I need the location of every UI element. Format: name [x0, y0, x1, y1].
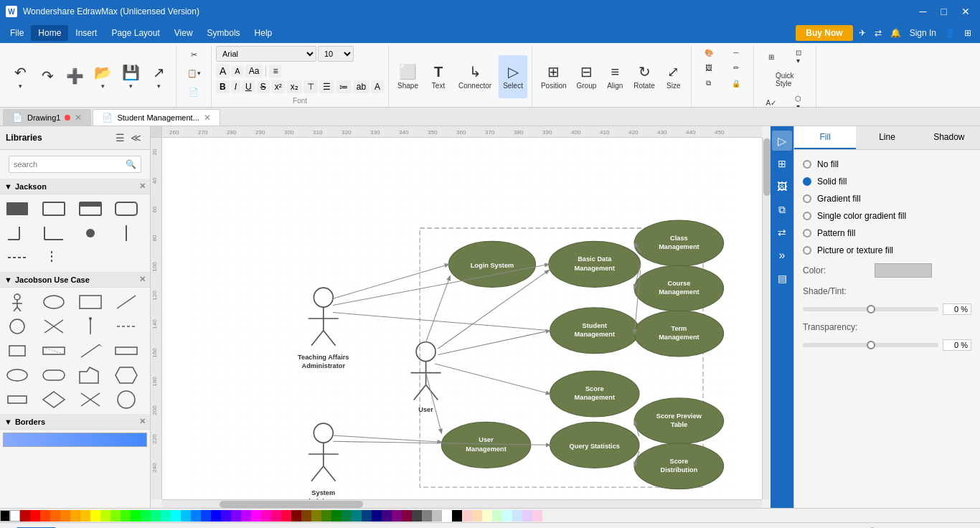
sign-in-btn[interactable]: Sign In [910, 28, 936, 38]
tab-student[interactable]: 📄 Student Management... ✕ [93, 109, 220, 126]
jackson-shape-6[interactable] [76, 222, 105, 245]
menu-file[interactable]: File [3, 25, 31, 41]
menu-page-layout[interactable]: Page Layout [104, 25, 166, 41]
connector-tool-button[interactable]: ↳ Connector [454, 55, 496, 98]
strikethrough-btn[interactable]: S [257, 80, 270, 93]
color-swatch[interactable] [301, 510, 311, 522]
quick-style-btn[interactable]: QuickStyle [771, 69, 798, 90]
font-larger-btn[interactable]: A [216, 64, 230, 78]
jacobson-ellipse-rounded[interactable] [39, 364, 68, 387]
icon-sidebar-layers[interactable]: ⧉ [772, 199, 792, 220]
maximize-btn[interactable]: □ [937, 4, 951, 19]
abbr-btn[interactable]: ab [353, 80, 369, 93]
apps-icon[interactable]: ⊞ [964, 28, 971, 38]
jackson-shape-0[interactable] [3, 197, 32, 220]
fill-option-picture[interactable]: Picture or texture fill [800, 242, 974, 259]
jackson-shape-2[interactable] [76, 197, 105, 220]
size-button[interactable]: ⤢ Size [661, 55, 687, 98]
fill-option-no-fill[interactable]: No fill [800, 156, 974, 173]
color-swatch[interactable] [502, 510, 512, 522]
color-swatch[interactable] [522, 510, 532, 522]
color-swatch[interactable] [80, 510, 90, 522]
font-size-select[interactable]: 10 [318, 46, 354, 62]
color-swatch[interactable] [261, 510, 271, 522]
jacobson-line-diag[interactable] [112, 291, 141, 314]
lock-btn[interactable]: 🔒 [723, 76, 749, 90]
color-swatch[interactable] [492, 510, 502, 522]
transform-btn[interactable]: ⊡▾ [786, 46, 811, 67]
redo-button[interactable]: ↷ [34, 55, 60, 98]
menu-symbols[interactable]: Symbols [200, 25, 248, 41]
line-style-btn[interactable]: ─ [723, 46, 749, 60]
color-swatch[interactable] [40, 510, 50, 522]
bold-btn[interactable]: B [216, 80, 230, 93]
color-swatch[interactable] [372, 510, 382, 522]
color-swatch[interactable] [422, 510, 432, 522]
color-swatch[interactable] [271, 510, 281, 522]
color-swatch[interactable] [281, 510, 291, 522]
user-icon[interactable]: 👤 [945, 28, 956, 38]
fill-btn[interactable]: 🎨 [696, 46, 722, 60]
color-swatch[interactable] [141, 510, 151, 522]
color-swatch[interactable] [191, 510, 201, 522]
color-swatch[interactable] [181, 510, 191, 522]
list-btn[interactable]: ☰ [319, 80, 334, 93]
color-swatch[interactable] [241, 510, 251, 522]
shape-tool-button[interactable]: ⬜ Shape [393, 55, 423, 98]
icon-sidebar-grid[interactable]: ⊞ [772, 154, 792, 174]
spell-btn[interactable]: A✓ [758, 92, 784, 108]
color-swatch[interactable] [482, 510, 492, 522]
jackson-shape-5[interactable] [39, 222, 68, 245]
color-swatch[interactable] [161, 510, 171, 522]
icon-sidebar-pointer[interactable]: ▷ [772, 131, 792, 151]
color-swatch[interactable] [392, 510, 402, 522]
shade-slider-track[interactable] [803, 307, 938, 311]
undo-button[interactable]: ↶ ▾ [7, 55, 33, 98]
color-swatch[interactable] [121, 510, 131, 522]
jacobson-cross[interactable] [39, 315, 68, 338]
buy-now-button[interactable]: Buy Now [796, 25, 852, 41]
color-swatch[interactable] [211, 510, 221, 522]
jackson-shape-9[interactable] [39, 246, 68, 269]
color-swatch[interactable] [201, 510, 211, 522]
menu-home[interactable]: Home [31, 25, 68, 41]
menu-help[interactable]: Help [248, 25, 280, 41]
jacobson-line-v[interactable] [76, 315, 105, 338]
color-swatch[interactable] [50, 510, 60, 522]
section-borders-close-icon[interactable]: ✕ [139, 417, 146, 426]
underline-btn[interactable]: U [242, 80, 255, 93]
rotate-button[interactable]: ↻ Rotate [629, 55, 659, 98]
image-btn[interactable]: 🖼 [696, 61, 722, 75]
color-swatch[interactable] [131, 510, 141, 522]
color-swatch[interactable] [10, 510, 20, 522]
color-swatch[interactable] [311, 510, 321, 522]
jacobson-line-seg[interactable] [76, 339, 105, 362]
share-icon[interactable]: ⇄ [875, 28, 882, 38]
library-collapse-icon[interactable]: ≪ [128, 131, 144, 145]
shade-slider-thumb[interactable] [867, 305, 875, 314]
color-swatch[interactable] [512, 510, 522, 522]
jacobson-ellipse[interactable] [39, 291, 68, 314]
tab-drawing1-close[interactable]: ✕ [75, 113, 82, 123]
jackson-shape-1[interactable] [39, 197, 68, 220]
color-swatch[interactable] [171, 510, 181, 522]
search-icon[interactable]: 🔍 [126, 159, 136, 169]
fill-option-gradient[interactable]: Gradient fill [800, 190, 974, 207]
fill-option-solid[interactable]: Solid fill [800, 173, 974, 190]
jacobson-rect-sm[interactable] [3, 339, 32, 362]
jackson-shape-7[interactable] [112, 222, 141, 245]
icon-sidebar-connector[interactable]: ⇄ [772, 222, 792, 242]
bullets-btn[interactable]: ≔ [336, 80, 352, 93]
subscript-btn[interactable]: x₂ [287, 80, 302, 93]
copy-button[interactable]: 📄 [181, 83, 207, 100]
cut-button[interactable]: ✂ [181, 46, 207, 63]
color-swatch[interactable] [0, 510, 10, 522]
color-swatch[interactable] [60, 510, 70, 522]
section-jackson[interactable]: ▼ Jackson ✕ [0, 179, 150, 194]
layers-btn[interactable]: ⧉ [696, 76, 722, 90]
jacobson-actor[interactable] [3, 291, 32, 314]
font-color-btn[interactable]: A [371, 80, 384, 93]
color-swatch[interactable] [90, 510, 100, 522]
canvas-content[interactable]: Teaching Affairs Administrator User Syst… [162, 138, 762, 499]
color-swatch[interactable] [30, 510, 40, 522]
